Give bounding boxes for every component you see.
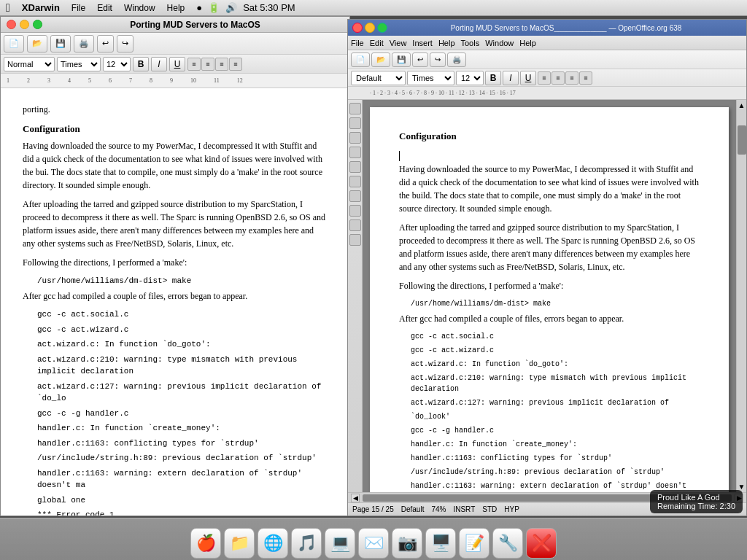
sidebar-tool-4[interactable] [349, 147, 361, 158]
scroll-thumb[interactable] [738, 125, 746, 155]
oo-align-left-btn[interactable]: ≡ [538, 71, 551, 85]
oo-scrollbar[interactable]: ▲ ▼ [736, 100, 746, 492]
dock-monitor[interactable]: 🖥️ [425, 528, 456, 559]
minimize-button[interactable] [20, 20, 29, 29]
italic-btn[interactable]: I [151, 57, 167, 71]
window-title: Porting MUD Servers to MacOS [47, 20, 344, 30]
hscroll-left-btn[interactable]: ◀ [351, 494, 360, 502]
dock-finder[interactable]: 🍎 [190, 528, 221, 559]
redo-btn[interactable]: ↪ [117, 35, 133, 52]
dock-terminal[interactable]: 💻 [325, 528, 355, 559]
para2: After uploading the tarred and gzipped s… [23, 198, 328, 250]
oo-print-btn[interactable]: 🖨️ [447, 52, 466, 67]
print-btn[interactable]: 🖨️ [74, 35, 94, 52]
dock-folder[interactable]: 📁 [224, 528, 255, 559]
oo-align-right-btn[interactable]: ≡ [565, 71, 578, 85]
ruler-marks: 123456789101112 [1, 74, 349, 88]
style-info: Default [401, 505, 425, 513]
oo-bold-btn[interactable]: B [485, 71, 501, 85]
insert-mode: INSRT [453, 505, 475, 513]
close-button[interactable] [7, 20, 16, 29]
sidebar-tool-10[interactable] [349, 234, 361, 246]
oo-window-menu[interactable]: Window [485, 39, 514, 47]
volume-icon: 🔊 [225, 2, 237, 13]
maximize-button[interactable] [33, 20, 42, 29]
align-justify-btn[interactable]: ≡ [229, 58, 242, 71]
oo-body: Configuration Having downloaded the sour… [348, 100, 746, 492]
intro-text: porting. [23, 103, 328, 116]
oo-content-area[interactable]: Configuration Having downloaded the sour… [363, 100, 736, 492]
help-menu[interactable]: Help [167, 3, 185, 13]
dock-photos[interactable]: 📷 [392, 528, 422, 559]
sidebar-tool-9[interactable] [349, 219, 361, 231]
oo-format-menu[interactable]: Help [438, 39, 455, 47]
oo-new-btn[interactable]: 📄 [351, 52, 370, 67]
open-btn[interactable]: 📂 [27, 35, 47, 52]
page-info: Page 15 / 25 [352, 505, 394, 513]
left-doc-content[interactable]: porting. Configuration Having downloaded… [1, 88, 349, 516]
sidebar-tool-2[interactable] [349, 117, 361, 129]
oo-style-select[interactable]: Default [351, 71, 406, 85]
oo-max-btn[interactable] [377, 23, 387, 33]
oo-heading-configuration: Configuration [399, 129, 700, 144]
sidebar-tool-5[interactable] [349, 161, 361, 173]
oo-align-justify-btn[interactable]: ≡ [579, 71, 592, 85]
file-menu[interactable]: File [71, 3, 85, 13]
oo-align-buttons: ≡ ≡ ≡ ≡ [538, 71, 592, 85]
app-name[interactable]: XDarwin [22, 2, 60, 13]
oo-underline-btn[interactable]: U [520, 71, 536, 85]
oo-font-select[interactable]: Times [407, 71, 454, 85]
oo-italic-btn[interactable]: I [503, 71, 519, 85]
oo-size-select[interactable]: 12 [456, 71, 484, 85]
oo-format-bar: Default Times 12 B I U ≡ ≡ ≡ ≡ [348, 69, 746, 87]
oo-view-menu[interactable]: View [390, 39, 407, 47]
dock-app-x[interactable]: ❌ [526, 528, 557, 559]
oo-edit-menu[interactable]: Edit [370, 39, 384, 47]
font-select[interactable]: Times [57, 57, 101, 71]
dock-browser[interactable]: 🌐 [258, 528, 288, 559]
oo-tools-menu[interactable]: Tools [461, 39, 480, 47]
right-oo-window: Porting MUD Servers to MacOS____________… [347, 19, 747, 516]
align-center-btn[interactable]: ≡ [201, 58, 214, 71]
sidebar-tool-3[interactable] [349, 132, 361, 144]
align-right-btn[interactable]: ≡ [215, 58, 228, 71]
oo-min-btn[interactable] [365, 23, 375, 33]
edit-menu[interactable]: Edit [97, 3, 112, 13]
underline-btn[interactable]: U [169, 57, 185, 71]
notification-subtitle: Remaining Time: 2:30 [657, 502, 735, 510]
dock-notes[interactable]: 📝 [459, 528, 489, 559]
size-select[interactable]: 12 [103, 57, 131, 71]
sidebar-tool-1[interactable] [349, 103, 361, 114]
network-icon: ● [196, 2, 202, 13]
bold-btn[interactable]: B [133, 57, 149, 71]
oo-help-menu[interactable]: Help [519, 39, 536, 47]
oo-open-btn[interactable]: 📂 [371, 52, 390, 67]
oo-title: Porting MUD Servers to MacOS____________… [390, 24, 742, 32]
oo-file-menu[interactable]: File [351, 39, 364, 47]
sidebar-tool-7[interactable] [349, 190, 361, 202]
oo-undo-btn[interactable]: ↩ [412, 52, 428, 67]
oo-save-btn[interactable]: 💾 [392, 52, 411, 67]
window-menu[interactable]: Window [124, 3, 155, 13]
save-btn[interactable]: 💾 [50, 35, 71, 52]
sidebar-tool-6[interactable] [349, 176, 361, 187]
oo-align-center-btn[interactable]: ≡ [551, 71, 565, 85]
dock-settings[interactable]: 🔧 [492, 528, 523, 559]
dock-mail[interactable]: ✉️ [358, 528, 389, 559]
undo-btn[interactable]: ↩ [97, 35, 114, 52]
oo-close-btn[interactable] [352, 23, 363, 33]
left-titlebar: Porting MUD Servers to MacOS [1, 17, 349, 33]
oo-para4: After gcc had compiled a couple of files… [399, 312, 700, 325]
oo-titlebar: Porting MUD Servers to MacOS____________… [348, 20, 746, 36]
oo-para2: After uploading the tarred and gzipped s… [399, 221, 700, 273]
apple-menu[interactable]:  [6, 1, 10, 15]
dock-music[interactable]: 🎵 [291, 528, 322, 559]
new-btn[interactable]: 📄 [4, 35, 24, 52]
scroll-up-btn[interactable]: ▲ [737, 100, 746, 111]
align-left-btn[interactable]: ≡ [187, 58, 201, 71]
oo-redo-btn[interactable]: ↪ [430, 52, 446, 67]
sidebar-tool-8[interactable] [349, 205, 361, 217]
style-select[interactable]: Normal [4, 57, 55, 71]
oo-insert-menu[interactable]: Insert [412, 39, 433, 47]
left-ruler: 123456789101112 [1, 74, 349, 88]
